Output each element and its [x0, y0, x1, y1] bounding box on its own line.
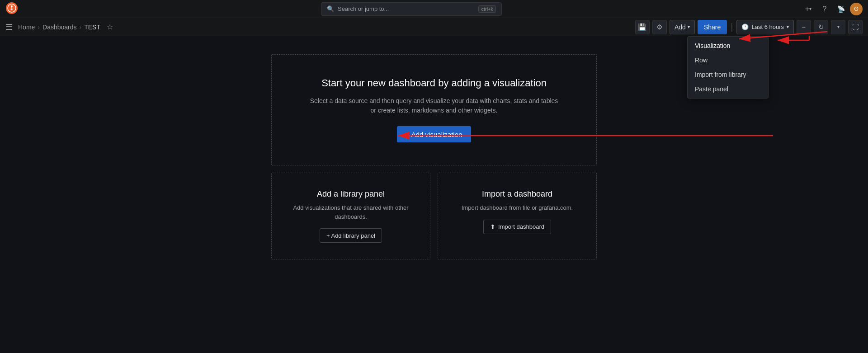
top-navigation: 🔍 Search or jump to... ctrl+k + ▾ ? 📡 G	[0, 0, 868, 18]
import-dashboard-title: Import a dashboard	[482, 189, 552, 199]
plus-icon: +	[805, 5, 809, 13]
add-visualization-label: + Add visualization	[406, 131, 462, 138]
library-panel-subtitle: Add visualizations that are shared with …	[285, 203, 416, 221]
toolbar-separator: |	[731, 22, 733, 32]
chevron-down-icon: ▾	[787, 24, 789, 29]
library-panel-card: Add a library panel Add visualizations t…	[271, 173, 430, 259]
menu-item-row[interactable]: Row	[688, 53, 768, 67]
library-panel-title: Add a library panel	[317, 189, 385, 199]
hamburger-icon: ☰	[5, 22, 13, 32]
import-dashboard-card: Import a dashboard Import dashboard from…	[438, 173, 597, 259]
share-button[interactable]: Share	[698, 20, 727, 34]
star-icon: ☆	[107, 23, 113, 31]
import-dashboard-button[interactable]: ⬆ Import dashboard	[483, 220, 551, 234]
time-range-button[interactable]: 🕐 Last 6 hours ▾	[736, 20, 794, 34]
menu-item-visualization[interactable]: Visualization	[688, 38, 768, 53]
time-range-label: Last 6 hours	[751, 24, 784, 30]
zoom-out-icon: −	[802, 23, 806, 31]
hamburger-button[interactable]: ☰	[5, 22, 13, 32]
refresh-dropdown-button[interactable]: ▾	[831, 20, 845, 34]
refresh-icon: ↻	[818, 23, 824, 31]
dashboard-settings-button[interactable]: ⚙	[652, 20, 667, 34]
notifications-button[interactable]: 📡	[834, 2, 848, 16]
add-dropdown-menu: Visualization Row Import from library Pa…	[687, 36, 769, 99]
fullscreen-icon: ⛶	[852, 23, 859, 31]
menu-item-visualization-label: Visualization	[695, 42, 730, 49]
import-dashboard-label: Import dashboard	[498, 223, 544, 230]
add-button[interactable]: Add ▾	[670, 20, 695, 34]
panel-title: Start your new dashboard by adding a vis…	[321, 77, 547, 89]
nav-right-icons: + ▾ ? 📡 G	[801, 2, 863, 16]
import-dashboard-subtitle: Import dashboard from file or grafana.co…	[462, 203, 573, 212]
breadcrumb-current: TEST	[84, 24, 100, 31]
dashboard-toolbar-right: 💾 ⚙ Add ▾ Share | 🕐 Last 6 hours ▾ − ↻ ▾…	[635, 20, 863, 34]
chevron-down-icon: ▾	[809, 6, 811, 11]
svg-point-2	[11, 5, 13, 7]
add-library-panel-button[interactable]: + Add library panel	[320, 228, 382, 243]
nav-search-container: 🔍 Search or jump to... ctrl+k	[25, 2, 797, 16]
breadcrumb-home[interactable]: Home	[18, 24, 35, 31]
plus-menu-button[interactable]: + ▾	[801, 2, 816, 16]
chevron-down-icon: ▾	[688, 24, 690, 29]
add-visualization-button[interactable]: + Add visualization	[397, 126, 472, 142]
search-icon: 🔍	[327, 5, 334, 12]
breadcrumb: Home › Dashboards › TEST ☆	[18, 23, 113, 31]
search-shortcut: ctrl+k	[478, 5, 496, 13]
grafana-logo[interactable]	[5, 2, 18, 16]
menu-item-paste-panel-label: Paste panel	[695, 85, 728, 93]
menu-item-row-label: Row	[695, 56, 708, 64]
search-placeholder-text: Search or jump to...	[338, 5, 389, 12]
breadcrumb-sep-2: ›	[80, 24, 82, 31]
zoom-out-button[interactable]: −	[797, 20, 811, 34]
breadcrumb-sep-1: ›	[38, 24, 40, 31]
import-icon: ⬆	[490, 223, 495, 231]
breadcrumb-dashboards[interactable]: Dashboards	[42, 24, 77, 31]
share-button-label: Share	[704, 24, 721, 31]
search-box[interactable]: 🔍 Search or jump to... ctrl+k	[321, 2, 502, 16]
bottom-panels: Add a library panel Add visualizations t…	[271, 173, 597, 259]
dashboard-toolbar: ☰ Home › Dashboards › TEST ☆ 💾 ⚙ Add ▾ S…	[0, 18, 868, 36]
avatar: G	[854, 6, 858, 12]
notifications-icon: 📡	[837, 5, 845, 13]
gear-icon: ⚙	[656, 23, 662, 31]
menu-item-import-library-label: Import from library	[695, 71, 746, 78]
help-icon: ?	[823, 5, 827, 13]
save-icon: 💾	[638, 23, 646, 31]
menu-item-paste-panel[interactable]: Paste panel	[688, 82, 768, 96]
menu-item-import-library[interactable]: Import from library	[688, 67, 768, 82]
add-visualization-panel: Start your new dashboard by adding a vis…	[271, 54, 597, 165]
save-dashboard-button[interactable]: 💾	[635, 20, 650, 34]
add-library-panel-label: + Add library panel	[326, 232, 375, 239]
clock-icon: 🕐	[741, 24, 749, 30]
panel-subtitle: Select a data source and then query and …	[307, 96, 561, 115]
help-button[interactable]: ?	[817, 2, 832, 16]
chevron-down-icon: ▾	[837, 24, 840, 29]
star-button[interactable]: ☆	[107, 23, 113, 31]
profile-button[interactable]: G	[850, 3, 863, 15]
add-button-label: Add	[675, 24, 686, 31]
fullscreen-button[interactable]: ⛶	[848, 20, 863, 34]
refresh-button[interactable]: ↻	[814, 20, 828, 34]
